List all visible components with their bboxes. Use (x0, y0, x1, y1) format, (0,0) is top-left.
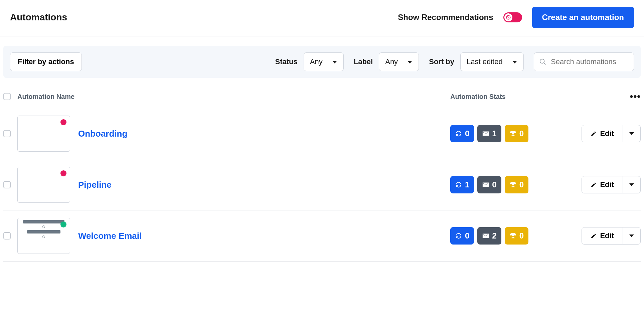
filter-by-actions-button[interactable]: Filter by actions (10, 52, 82, 71)
filter-bar: Filter by actions Status Any Label Any S… (3, 46, 641, 78)
table-header: Automation Name Automation Stats ••• (3, 88, 641, 108)
top-bar-actions: Show Recommendations Create an automatio… (398, 7, 634, 28)
trophy-icon (509, 181, 517, 188)
automation-thumbnail[interactable] (17, 218, 70, 254)
automation-name-link[interactable]: Onboarding (78, 129, 127, 139)
automation-stats: 0 1 0 (450, 125, 554, 142)
sort-select[interactable]: Last edited (460, 52, 524, 71)
chevron-down-icon (332, 57, 337, 66)
show-recommendations-toggle[interactable] (503, 12, 522, 22)
edit-button[interactable]: Edit (582, 176, 623, 193)
edit-label: Edit (600, 180, 614, 189)
create-automation-button[interactable]: Create an automation (532, 7, 634, 28)
stat-entered-value: 1 (465, 180, 469, 189)
email-icon (482, 181, 489, 188)
header-checkbox-cell (3, 93, 17, 100)
stat-emails[interactable]: 2 (477, 227, 501, 245)
edit-dropdown-button[interactable] (623, 176, 641, 193)
edit-split-button: Edit (582, 176, 641, 193)
close-icon (506, 15, 511, 20)
stat-goals-value: 0 (519, 129, 524, 138)
search-wrap (534, 52, 634, 71)
row-checkbox[interactable] (3, 130, 11, 137)
status-value: Any (310, 57, 323, 66)
automation-name-link[interactable]: Welcome Email (78, 231, 142, 241)
loop-icon (455, 232, 462, 240)
stat-emails[interactable]: 1 (477, 125, 501, 142)
status-select[interactable]: Any (304, 52, 344, 71)
pencil-icon (591, 182, 597, 188)
svg-line-2 (544, 63, 546, 65)
edit-split-button: Edit (582, 227, 641, 245)
stat-emails-value: 1 (492, 129, 496, 138)
stat-goals[interactable]: 0 (505, 227, 528, 245)
row-actions: Edit (554, 227, 641, 245)
stat-goals[interactable]: 0 (505, 125, 528, 142)
show-recommendations-label: Show Recommendations (398, 13, 493, 22)
label-filter: Label Any (354, 52, 419, 71)
sort-label: Sort by (429, 57, 454, 66)
more-columns-button[interactable]: ••• (624, 91, 641, 102)
email-icon (482, 130, 489, 137)
status-dot (60, 170, 66, 176)
trophy-icon (509, 232, 517, 240)
chevron-down-icon (629, 132, 634, 136)
label-value: Any (385, 57, 398, 66)
stat-emails-value: 0 (492, 180, 496, 189)
pencil-icon (591, 233, 597, 239)
search-input[interactable] (534, 52, 634, 71)
automation-thumbnail[interactable] (17, 167, 70, 203)
status-dot (60, 221, 66, 227)
row-checkbox-cell (3, 232, 17, 240)
edit-label: Edit (600, 129, 614, 138)
thumb-preview (23, 220, 64, 238)
row-actions: Edit (554, 125, 641, 142)
label-select[interactable]: Any (379, 52, 419, 71)
search-icon (539, 58, 546, 65)
table-row: Welcome Email 0 2 0 Edit (3, 210, 641, 262)
row-actions: Edit (554, 176, 641, 193)
table-row: Onboarding 0 1 0 Edit (3, 108, 641, 159)
loop-icon (455, 181, 462, 188)
status-filter: Status Any (275, 52, 343, 71)
automation-stats: 1 0 0 (450, 176, 554, 193)
stat-emails[interactable]: 0 (477, 176, 501, 193)
row-checkbox[interactable] (3, 181, 11, 188)
row-checkbox-cell (3, 181, 17, 188)
edit-dropdown-button[interactable] (623, 125, 641, 142)
chevron-down-icon (629, 234, 634, 238)
stat-entered-value: 0 (465, 129, 469, 138)
stat-goals-value: 0 (519, 180, 524, 189)
row-checkbox[interactable] (3, 232, 11, 240)
sort-value: Last edited (467, 57, 503, 66)
automation-name-link[interactable]: Pipeline (78, 180, 112, 190)
svg-point-1 (540, 59, 544, 63)
edit-button[interactable]: Edit (582, 125, 623, 142)
stat-entered-value: 0 (465, 231, 469, 241)
table-row: Pipeline 1 0 0 Edit (3, 159, 641, 210)
stat-goals-value: 0 (519, 231, 524, 241)
status-label: Status (275, 57, 297, 66)
column-header-name: Automation Name (17, 93, 74, 101)
edit-dropdown-button[interactable] (623, 227, 641, 245)
status-dot (60, 119, 66, 125)
edit-label: Edit (600, 231, 614, 240)
sort-filter: Sort by Last edited (429, 52, 524, 71)
email-icon (482, 232, 489, 240)
edit-button[interactable]: Edit (582, 227, 623, 245)
chevron-down-icon (407, 57, 413, 66)
stat-goals[interactable]: 0 (505, 176, 528, 193)
chevron-down-icon (512, 57, 517, 66)
stat-entered[interactable]: 1 (450, 176, 474, 193)
automation-stats: 0 2 0 (450, 227, 554, 245)
stat-entered[interactable]: 0 (450, 227, 474, 245)
column-header-stats: Automation Stats (450, 93, 624, 101)
edit-split-button: Edit (582, 125, 641, 142)
select-all-checkbox[interactable] (3, 93, 11, 100)
top-bar: Automations Show Recommendations Create … (0, 0, 644, 36)
pencil-icon (591, 131, 597, 137)
toggle-knob (504, 13, 512, 21)
stat-entered[interactable]: 0 (450, 125, 474, 142)
automation-thumbnail[interactable] (17, 116, 70, 152)
chevron-down-icon (629, 183, 634, 187)
